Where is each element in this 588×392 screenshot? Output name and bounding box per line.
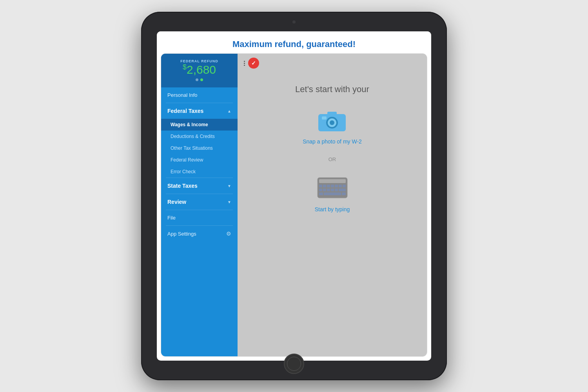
main-content: ✓ Let's start with your (238, 54, 427, 356)
svg-rect-8 (319, 185, 322, 187)
home-button-ring (287, 357, 301, 371)
sidebar-wages-label: Wages & Income (171, 122, 208, 127)
svg-rect-12 (335, 185, 338, 187)
refund-number: 2,680 (187, 63, 216, 76)
svg-rect-1 (327, 112, 337, 116)
refund-dots (166, 78, 233, 81)
refund-dot-2 (200, 78, 203, 81)
svg-point-4 (330, 120, 334, 125)
svg-rect-5 (322, 116, 327, 120)
svg-rect-15 (319, 189, 322, 191)
svg-rect-13 (339, 185, 342, 187)
gear-icon: ⚙ (226, 230, 231, 237)
chevron-down-icon-review: ▼ (227, 200, 231, 204)
complete-check-badge: ✓ (248, 58, 259, 69)
sidebar-item-personal-info[interactable]: Personal Info (161, 87, 238, 103)
sidebar-state-taxes-label: State Taxes (167, 183, 198, 189)
more-options-button[interactable] (244, 61, 245, 66)
sidebar-other-tax-label: Other Tax Situations (171, 145, 213, 151)
sidebar: FEDERAL REFUND $2,680 Personal Info Fede… (161, 54, 238, 356)
main-scroll-area: Let's start with your (238, 73, 427, 356)
sidebar-item-file[interactable]: File (161, 210, 238, 225)
svg-rect-9 (323, 185, 326, 187)
sidebar-federal-review-label: Federal Review (171, 157, 203, 163)
photo-option-card[interactable]: Snap a photo of my W-2 (303, 106, 362, 145)
sidebar-item-wages-income[interactable]: Wages & Income (161, 119, 238, 131)
refund-dot-1 (196, 78, 198, 81)
chevron-down-icon-state: ▼ (227, 184, 231, 188)
refund-label: FEDERAL REFUND (166, 59, 233, 63)
sidebar-review-label: Review (167, 199, 186, 205)
sidebar-deductions-label: Deductions & Credits (171, 134, 215, 139)
svg-rect-23 (342, 192, 346, 195)
dot-2 (244, 63, 245, 64)
or-divider: OR (328, 156, 336, 162)
svg-rect-22 (319, 192, 323, 195)
tablet-home-button[interactable] (284, 354, 304, 374)
dot-3 (244, 65, 245, 66)
chevron-up-icon: ▲ (227, 109, 231, 113)
keyboard-icon (317, 176, 348, 200)
tablet-screen: Maximum refund, guaranteed! FEDERAL REFU… (157, 31, 431, 361)
sidebar-item-state-taxes[interactable]: State Taxes ▼ (161, 178, 238, 194)
sidebar-personal-info-label: Personal Info (167, 92, 198, 98)
svg-rect-11 (331, 185, 334, 187)
sidebar-file-label: File (167, 215, 176, 221)
svg-rect-14 (343, 185, 346, 187)
refund-box: FEDERAL REFUND $2,680 (161, 54, 238, 87)
typing-option-card[interactable]: Start by typing (315, 174, 350, 212)
main-heading: Let's start with your (295, 84, 369, 94)
sidebar-item-error-check[interactable]: Error Check (161, 166, 238, 178)
svg-rect-17 (327, 189, 330, 191)
refund-dollar: $ (183, 63, 187, 71)
page-tagline: Maximum refund, guaranteed! (232, 39, 356, 49)
sidebar-federal-taxes-label: Federal Taxes (167, 108, 203, 114)
svg-rect-19 (335, 189, 338, 191)
tablet-camera (292, 20, 296, 24)
svg-rect-20 (339, 189, 346, 191)
photo-option-label: Snap a photo of my W-2 (303, 138, 362, 145)
screen-body: FEDERAL REFUND $2,680 Personal Info Fede… (161, 53, 427, 357)
sidebar-item-federal-review[interactable]: Federal Review (161, 154, 238, 166)
tablet-device: Maximum refund, guaranteed! FEDERAL REFU… (141, 12, 447, 380)
sidebar-error-check-label: Error Check (171, 169, 196, 174)
sidebar-item-deductions-credits[interactable]: Deductions & Credits (161, 131, 238, 142)
keyboard-icon-wrap (315, 174, 350, 201)
svg-rect-7 (319, 179, 346, 183)
sidebar-item-review[interactable]: Review ▼ (161, 194, 238, 210)
sidebar-app-settings-label: App Settings (167, 231, 196, 237)
camera-icon (316, 108, 348, 132)
svg-rect-10 (327, 185, 330, 187)
svg-rect-16 (323, 189, 326, 191)
sidebar-item-other-tax[interactable]: Other Tax Situations (161, 142, 238, 154)
main-top-bar: ✓ (238, 54, 427, 73)
svg-rect-18 (331, 189, 334, 191)
typing-option-label: Start by typing (315, 206, 350, 212)
camera-icon-wrap (314, 106, 350, 134)
sidebar-item-federal-taxes[interactable]: Federal Taxes ▲ (161, 103, 238, 119)
sidebar-item-app-settings[interactable]: App Settings ⚙ (161, 226, 238, 241)
dot-1 (244, 61, 245, 62)
refund-amount: $2,680 (166, 63, 233, 76)
main-heading-text: Let's start with your (295, 84, 369, 94)
svg-rect-21 (324, 192, 341, 195)
screen-header: Maximum refund, guaranteed! (157, 31, 431, 53)
